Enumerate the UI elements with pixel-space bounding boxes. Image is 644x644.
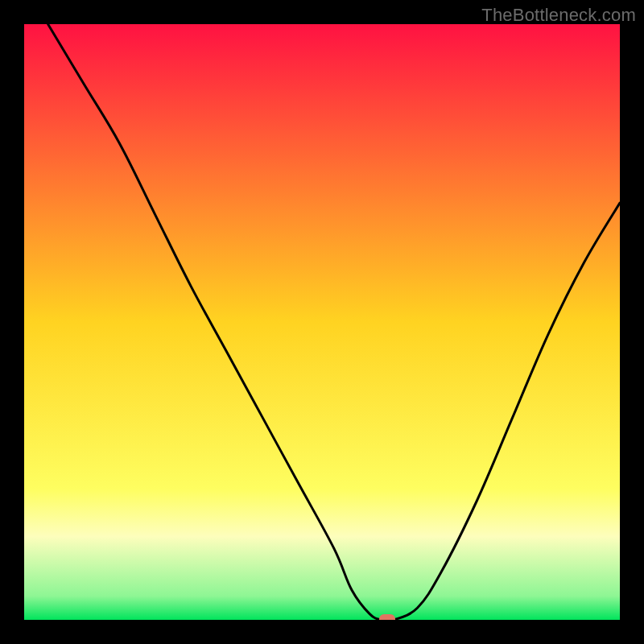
optimal-marker (379, 614, 395, 620)
chart-svg (24, 24, 620, 620)
chart-frame: TheBottleneck.com (0, 0, 644, 644)
watermark-text: TheBottleneck.com (481, 5, 636, 26)
gradient-background (24, 24, 620, 620)
plot-area (24, 24, 620, 620)
